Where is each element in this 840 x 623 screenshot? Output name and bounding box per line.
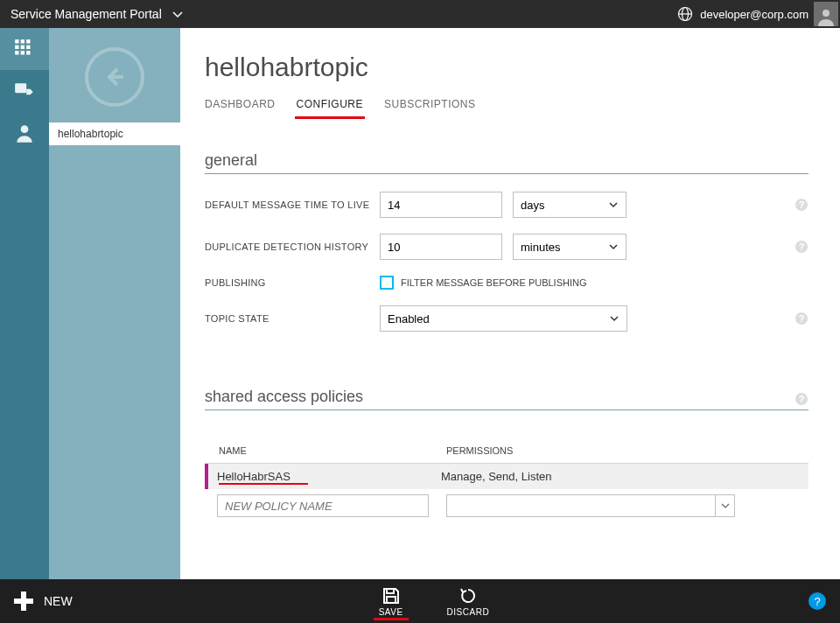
section-divider: [205, 410, 808, 410]
rail-all-items[interactable]: [0, 28, 49, 70]
save-icon: [382, 586, 401, 606]
svg-text:?: ?: [799, 313, 805, 324]
chevron-down-icon: [609, 313, 620, 324]
help-icon[interactable]: ?: [794, 392, 808, 406]
brand-dropdown[interactable]: [171, 7, 185, 21]
svg-rect-9: [26, 46, 30, 49]
policy-permissions: Manage, Send, Listen: [441, 470, 551, 483]
left-rail: [0, 28, 49, 579]
svg-point-14: [21, 125, 29, 133]
row-state: TOPIC STATE Enabled ?: [205, 305, 808, 332]
globe-icon[interactable]: [677, 6, 693, 22]
svg-point-3: [822, 10, 830, 17]
side-panel: hellohabrtopic: [49, 28, 180, 579]
filter-checkbox[interactable]: [380, 276, 394, 290]
ttl-unit-value: days: [521, 199, 544, 212]
section-general-title: general: [205, 151, 808, 170]
sap-table-header: NAME PERMISSIONS: [205, 438, 808, 464]
chevron-down-icon: [608, 242, 619, 252]
rail-user[interactable]: [0, 112, 49, 154]
state-value: Enabled: [388, 312, 430, 326]
new-policy-input[interactable]: [217, 494, 429, 517]
svg-rect-11: [21, 51, 24, 54]
highlight-underline: [374, 618, 409, 620]
ttl-input[interactable]: [380, 192, 502, 218]
new-policy-permissions-select[interactable]: [446, 494, 735, 517]
svg-rect-13: [15, 83, 26, 93]
discard-button[interactable]: DISCARD: [447, 586, 490, 617]
col-permissions: PERMISSIONS: [446, 445, 513, 456]
sidebar-item-topic[interactable]: hellohabrtopic: [49, 122, 180, 145]
col-name: NAME: [219, 445, 446, 456]
help-button[interactable]: ?: [808, 592, 826, 610]
svg-rect-5: [21, 39, 24, 43]
row-ttl: DEFAULT MESSAGE TIME TO LIVE days ?: [205, 192, 808, 218]
svg-rect-7: [15, 46, 18, 49]
highlight-underline: [219, 483, 308, 485]
svg-text:?: ?: [799, 394, 805, 404]
svg-rect-8: [21, 46, 24, 49]
dup-input[interactable]: [380, 234, 502, 260]
row-publishing: PUBLISHING FILTER MESSAGE BEFORE PUBLISH…: [205, 276, 808, 290]
main-content: hellohabrtopic DASHBOARD CONFIGURE SUBSC…: [180, 28, 840, 579]
bottom-bar: NEW SAVE DISCARD ?: [0, 579, 840, 623]
tab-configure[interactable]: CONFIGURE: [297, 98, 364, 116]
help-icon[interactable]: ?: [794, 198, 808, 212]
tab-strip: DASHBOARD CONFIGURE SUBSCRIPTIONS: [205, 98, 808, 116]
ttl-unit-select[interactable]: days: [513, 192, 626, 218]
new-label: NEW: [44, 594, 73, 608]
dup-unit-value: minutes: [521, 241, 561, 254]
row-dup: DUPLICATE DETECTION HISTORY minutes ?: [205, 234, 808, 260]
state-select[interactable]: Enabled: [380, 305, 627, 332]
ttl-label: DEFAULT MESSAGE TIME TO LIVE: [205, 200, 380, 210]
svg-rect-26: [387, 589, 394, 593]
help-icon[interactable]: ?: [794, 240, 808, 254]
dup-unit-select[interactable]: minutes: [513, 234, 626, 260]
brand-title: Service Management Portal: [0, 7, 162, 21]
help-icon[interactable]: ?: [794, 312, 808, 326]
svg-rect-25: [14, 598, 33, 604]
back-button[interactable]: [85, 47, 144, 107]
save-button[interactable]: SAVE: [379, 586, 403, 617]
state-label: TOPIC STATE: [205, 313, 380, 324]
policy-name: HelloHabrSAS: [217, 470, 290, 483]
publishing-label: PUBLISHING: [205, 277, 380, 288]
plus-icon: [12, 590, 35, 612]
svg-rect-6: [26, 39, 30, 43]
save-label: SAVE: [379, 607, 403, 617]
table-row[interactable]: HelloHabrSAS Manage, Send, Listen: [205, 464, 808, 489]
new-button[interactable]: NEW: [12, 590, 73, 612]
tab-dashboard[interactable]: DASHBOARD: [205, 98, 276, 116]
discard-label: DISCARD: [447, 607, 490, 617]
user-email[interactable]: developer@corp.com: [700, 8, 808, 21]
rail-servicebus[interactable]: [0, 70, 49, 112]
section-divider: [205, 173, 808, 174]
tab-subscriptions[interactable]: SUBSCRIPTIONS: [384, 98, 476, 116]
svg-rect-4: [15, 39, 18, 43]
svg-rect-12: [26, 51, 30, 54]
discard-icon: [458, 586, 478, 606]
chevron-down-icon: [608, 200, 619, 210]
chevron-down-icon: [715, 495, 734, 516]
dup-label: DUPLICATE DETECTION HISTORY: [205, 242, 380, 252]
top-bar: Service Management Portal developer@corp…: [0, 0, 840, 28]
section-sap-title: shared access policies: [205, 388, 794, 406]
filter-checkbox-label: FILTER MESSAGE BEFORE PUBLISHING: [401, 277, 587, 288]
svg-text:?: ?: [799, 242, 805, 252]
svg-rect-27: [387, 597, 396, 603]
svg-rect-10: [15, 51, 18, 54]
svg-text:?: ?: [799, 200, 805, 210]
new-policy-row: [205, 489, 808, 522]
avatar-icon[interactable]: [814, 2, 838, 26]
page-title: hellohabrtopic: [205, 52, 808, 82]
